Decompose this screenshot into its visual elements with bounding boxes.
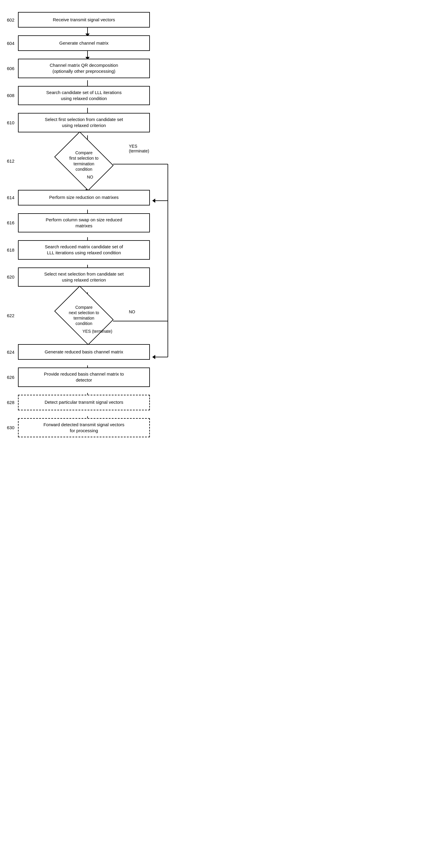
diamond-text-622: Compare next selection to termination co… (60, 298, 108, 333)
step-row-620: 620 Select next selection from candidate… (0, 268, 214, 287)
box-628: Detect particular transmit signal vector… (18, 395, 150, 410)
box-630: Forward detected transmit signal vectors… (18, 418, 150, 438)
step-num-602: 602 (0, 18, 18, 23)
step-row-604: 604 Generate channel matrix (0, 35, 214, 51)
box-606: Channel matrix QR decomposition (optiona… (18, 59, 150, 78)
diamond-612: Compare first selection to termination c… (18, 140, 150, 182)
box-618: Search reduced matrix candidate set of L… (18, 240, 150, 260)
step-num-624: 624 (0, 349, 18, 354)
step-row-610: 610 Select first selection from candidat… (0, 113, 214, 132)
step-row-626: 626 Provide reduced basis channel matrix… (0, 368, 214, 387)
step-num-616: 616 (0, 220, 18, 225)
step-num-608: 608 (0, 93, 18, 98)
box-614: Perform size reduction on matrixes (18, 190, 150, 206)
step-row-624: 624 Generate reduced basis channel matri… (0, 344, 214, 360)
box-602: Receive transmit signal vectors (18, 12, 150, 28)
diamond-row-622: 622 Compare next selection to terminatio… (0, 294, 214, 336)
diamond-622: Compare next selection to termination co… (18, 294, 150, 336)
no-label-622: NO (129, 309, 135, 314)
step-row-608: 608 Search candidate set of LLL iteratio… (0, 86, 214, 105)
step-row-614: 614 Perform size reduction on matrixes (0, 190, 214, 206)
diamond-row-612: 612 Compare first selection to terminati… (0, 140, 214, 182)
step-row-628: 628 Detect particular transmit signal ve… (0, 395, 214, 410)
box-620: Select next selection from candidate set… (18, 268, 150, 287)
step-num-612: 612 (0, 158, 18, 163)
diamond-text-612: Compare first selection to termination c… (60, 143, 108, 179)
step-num-610: 610 (0, 120, 18, 125)
step-num-604: 604 (0, 41, 18, 46)
step-num-622: 622 (0, 313, 18, 318)
step-num-626: 626 (0, 375, 18, 380)
step-row-602: 602 Receive transmit signal vectors (0, 12, 214, 28)
step-row-618: 618 Search reduced matrix candidate set … (0, 240, 214, 260)
yes-label-612: YES (terminate) (129, 144, 150, 153)
box-608: Search candidate set of LLL iterations u… (18, 86, 150, 105)
box-616: Perform column swap on size reduced matr… (18, 213, 150, 233)
step-row-630: 630 Forward detected transmit signal vec… (0, 418, 214, 438)
flowchart: 602 Receive transmit signal vectors 604 … (0, 0, 214, 449)
box-604: Generate channel matrix (18, 35, 150, 51)
step-num-620: 620 (0, 274, 18, 279)
step-num-628: 628 (0, 400, 18, 405)
step-num-630: 630 (0, 425, 18, 430)
box-626: Provide reduced basis channel matrix to … (18, 368, 150, 387)
step-num-614: 614 (0, 195, 18, 200)
box-624: Generate reduced basis channel matrix (18, 344, 150, 360)
box-610: Select first selection from candidate se… (18, 113, 150, 132)
step-num-618: 618 (0, 247, 18, 252)
step-row-606: 606 Channel matrix QR decomposition (opt… (0, 59, 214, 78)
step-num-606: 606 (0, 66, 18, 71)
step-row-616: 616 Perform column swap on size reduced … (0, 213, 214, 233)
